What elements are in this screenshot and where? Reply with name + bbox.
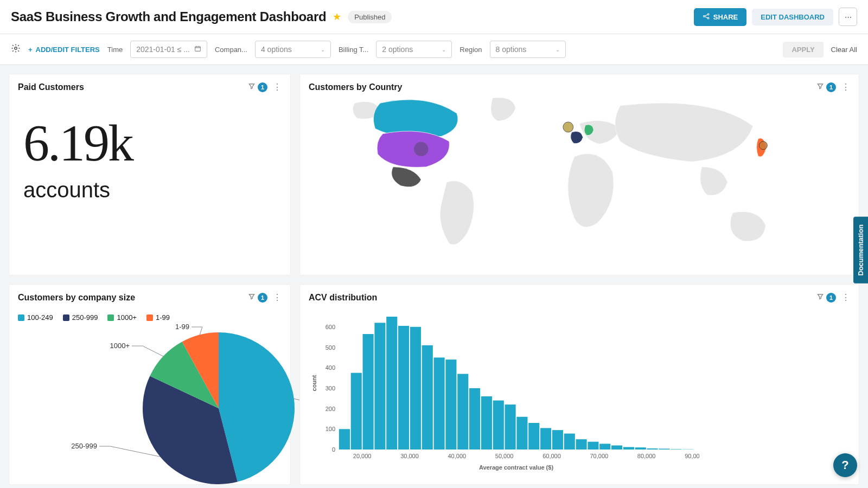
hist-bar[interactable] [410,327,421,450]
chevron-down-icon: ⌄ [442,47,446,53]
card-menu[interactable]: ⋮ [273,292,282,303]
share-icon [703,12,710,22]
filter-label-region: Region [459,46,482,54]
paid-customers-value: 6.19k [18,101,282,169]
pie-callout-label: 250-999 [71,442,97,450]
hist-bar[interactable] [457,374,468,450]
funnel-icon [248,82,256,92]
card-menu[interactable]: ⋮ [273,82,282,92]
card-title: ACV distribution [309,293,377,303]
filter-count-badge: 1 [826,293,836,303]
svg-text:400: 400 [326,364,335,371]
svg-text:90,000: 90,000 [685,453,699,459]
gear-icon[interactable] [11,43,21,55]
calendar-icon [194,45,201,54]
card-title: Customers by company size [18,293,135,303]
edit-dashboard-label: EDIT DASHBOARD [761,13,825,21]
card-filter-indicator[interactable]: 1 [248,82,267,92]
company-select[interactable]: 4 options ⌄ [255,41,331,58]
hist-bar[interactable] [386,317,397,450]
histogram-chart[interactable]: 010020030040050060020,00030,00040,00050,… [309,311,699,474]
hist-bar[interactable] [611,445,622,450]
svg-text:60,000: 60,000 [542,453,561,459]
legend-item: 250-999 [63,313,98,322]
time-range-select[interactable]: 2021-01-01 ≤ ... [130,41,207,58]
country-france[interactable] [571,131,583,143]
hist-bar[interactable] [445,359,456,450]
region-select[interactable]: 8 options ⌄ [490,41,566,58]
legend-item: 1000+ [107,313,137,322]
filter-count-badge: 1 [258,82,267,92]
filter-label-company: Compan... [215,46,247,54]
hist-bar[interactable] [339,429,350,450]
clear-all-filters[interactable]: Clear All [831,46,857,54]
hist-bar[interactable] [528,423,539,450]
hist-bar[interactable] [540,428,551,450]
card-filter-indicator[interactable]: 1 [816,82,836,92]
company-select-value: 4 options [261,45,292,54]
svg-text:70,000: 70,000 [590,453,609,459]
world-map[interactable] [302,95,857,269]
hist-bar[interactable] [469,388,480,450]
hist-bar[interactable] [516,417,527,450]
card-menu[interactable]: ⋮ [841,82,850,92]
map-marker-japan[interactable] [759,142,767,150]
hist-bar[interactable] [671,449,681,450]
funnel-icon [816,293,824,302]
svg-text:50,000: 50,000 [495,453,514,459]
hist-bar[interactable] [434,357,445,450]
hist-bar[interactable] [351,373,362,450]
page-header: SaaS Business Growth and Engagement Dash… [0,0,868,34]
hist-bar[interactable] [398,326,409,450]
hist-bar[interactable] [564,434,575,450]
hist-bar[interactable] [505,404,516,450]
more-options-button[interactable]: ⋯ [839,8,857,26]
filter-bar: + ADD/EDIT FILTERS Time 2021-01-01 ≤ ...… [0,34,868,65]
map-marker-us[interactable] [414,142,428,156]
hist-bar[interactable] [659,448,669,450]
funnel-icon [816,82,824,92]
help-button[interactable]: ? [833,453,857,477]
filter-count-badge: 1 [826,82,836,92]
hist-bar[interactable] [493,401,504,450]
dashboard-title: SaaS Business Growth and Engagement Dash… [11,9,326,24]
hist-bar[interactable] [576,439,587,450]
favorite-star-icon[interactable]: ★ [333,11,341,23]
country-mexico[interactable] [392,167,421,187]
svg-text:0: 0 [332,446,335,453]
company-size-card: Customers by company size 1 ⋮ 100-249 25… [9,284,291,485]
hist-bar[interactable] [635,447,646,450]
card-menu[interactable]: ⋮ [841,292,850,303]
map-marker-uk[interactable] [563,122,573,132]
pie-legend: 100-249 250-999 1000+ 1-99 [18,311,282,322]
hist-bar[interactable] [647,448,658,450]
card-filter-indicator[interactable]: 1 [816,293,836,303]
documentation-tab[interactable]: Documentation [853,217,868,284]
paid-customers-card: Paid Customers 1 ⋮ 6.19k accounts [9,74,291,275]
apply-filters-button[interactable]: APPLY [783,42,823,57]
share-button[interactable]: SHARE [694,8,747,26]
hist-bar[interactable] [363,334,374,450]
card-filter-indicator[interactable]: 1 [248,293,267,303]
add-edit-filters-button[interactable]: + ADD/EDIT FILTERS [28,46,100,54]
svg-text:500: 500 [326,344,335,351]
billing-select[interactable]: 2 options ⌄ [376,41,452,58]
share-button-label: SHARE [713,13,738,21]
svg-text:200: 200 [326,406,335,412]
ellipsis-icon: ⋯ [845,13,852,21]
chevron-down-icon: ⌄ [556,47,560,53]
hist-bar[interactable] [623,447,634,450]
hist-bar[interactable] [552,430,563,450]
pie-callout-label: 1-99 [175,323,189,331]
hist-bar[interactable] [422,345,433,450]
funnel-icon [248,293,256,302]
region-select-value: 8 options [496,45,527,54]
hist-bar[interactable] [374,323,385,450]
hist-bar[interactable] [588,442,598,450]
hist-bar[interactable] [599,444,610,450]
country-usa[interactable] [377,131,449,168]
hist-bar[interactable] [481,396,492,450]
legend-item: 1-99 [146,313,170,322]
header-left: SaaS Business Growth and Engagement Dash… [11,9,392,24]
edit-dashboard-button[interactable]: EDIT DASHBOARD [752,9,833,25]
